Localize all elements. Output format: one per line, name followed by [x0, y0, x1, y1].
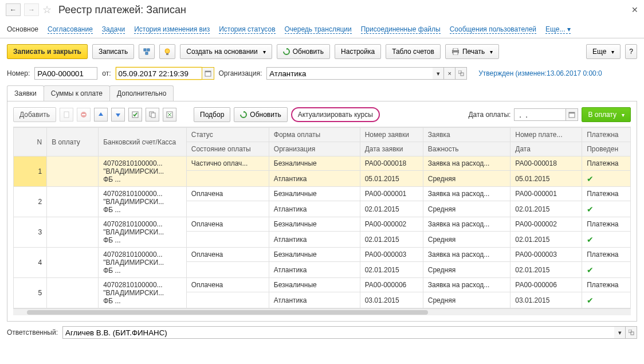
table-row[interactable]: 140702810100000..."ВЛАДИМИРСКИ...ФБ ...Ч… [14, 156, 631, 171]
svg-rect-12 [64, 112, 69, 118]
col-topay[interactable]: В оплату [47, 128, 99, 156]
tab-extra[interactable]: Дополнительно [109, 85, 174, 101]
back-button[interactable]: ← [6, 3, 21, 16]
col-importance[interactable]: Важность [423, 142, 510, 156]
table-row[interactable]: 340702810100000..."ВЛАДИМИРСКИ...ФБ ...О… [14, 217, 631, 232]
col-org[interactable]: Организация [269, 142, 360, 156]
cell-n: 2 [14, 187, 47, 217]
star-icon[interactable]: ☆ [42, 3, 52, 16]
pick-button[interactable]: Подбор [194, 107, 230, 122]
page-title: Реестр платежей: Записан [58, 4, 186, 16]
from-label: от: [102, 69, 111, 77]
responsible-input[interactable] [62, 326, 614, 339]
down-button[interactable] [111, 108, 125, 122]
svg-rect-0 [144, 49, 146, 51]
account-board-button[interactable]: Табло счетов [386, 44, 441, 59]
up-button[interactable] [94, 108, 108, 122]
pay-date-calendar[interactable] [566, 108, 578, 121]
checklist-button[interactable] [128, 108, 142, 122]
nav-link[interactable]: История статусов [219, 25, 275, 34]
cell-org: Атлантика [269, 232, 360, 248]
cell-reqnum: РА00-000003 [360, 248, 423, 262]
delete-button [77, 108, 91, 122]
cell-importance: Средняя [423, 171, 510, 187]
col-order[interactable]: Заявка [423, 128, 510, 142]
col-reqdate[interactable]: Дата заявки [360, 142, 423, 156]
structure-button[interactable] [139, 44, 155, 59]
table-row[interactable]: 540702810100000..."ВЛАДИМИРСКИ...ФБ ...О… [14, 278, 631, 292]
nav-link[interactable]: Согласование [48, 25, 93, 34]
status-link[interactable]: Утвержден (изменен:13.06.2017 0:00:0 [478, 69, 602, 77]
col-docnum[interactable]: Номер плате... [511, 128, 582, 142]
close-icon[interactable]: ✕ [631, 5, 638, 14]
add-button[interactable]: Добавить [13, 107, 56, 122]
responsible-open[interactable] [626, 326, 637, 339]
cell-reqdate: 02.01.2015 [360, 201, 423, 217]
nav-link[interactable]: Сообщения пользователей [450, 25, 536, 34]
org-open[interactable] [455, 67, 467, 80]
date-input[interactable] [116, 67, 202, 80]
save-button[interactable]: Записать [92, 44, 134, 59]
col-form[interactable]: Форма оплаты [269, 128, 360, 142]
cell-doctype: Платежна [582, 248, 631, 262]
col-status[interactable]: Статус [186, 128, 269, 142]
tab-sums[interactable]: Суммы к оплате [44, 85, 110, 101]
create-base-button[interactable]: Создать на основании [180, 44, 272, 59]
cell-importance: Средняя [423, 262, 510, 278]
nav-link[interactable]: Очередь трансляции [285, 25, 352, 34]
org-dropdown[interactable]: ▾ [433, 67, 444, 80]
open-icon [458, 71, 464, 76]
cell-status: Оплачена [186, 187, 269, 201]
toggle-button[interactable] [163, 108, 176, 122]
nav-link[interactable]: Присоединенные файлы [361, 25, 441, 34]
col-n[interactable]: N [14, 128, 47, 156]
bulb-button[interactable] [159, 44, 175, 59]
copy-button[interactable] [146, 108, 159, 122]
cell-doctype: Платежна [582, 278, 631, 292]
svg-point-3 [165, 49, 170, 53]
to-pay-button[interactable]: В оплату [582, 107, 631, 122]
col-paystate[interactable]: Состояние оплаты [186, 142, 269, 156]
cell-org: Атлантика [269, 201, 360, 217]
cell-status: Частично оплач... [186, 156, 269, 171]
requests-table: N В оплату Банковский счет/Касса Статус … [13, 127, 631, 308]
refresh-button[interactable]: Обновить [277, 44, 330, 59]
table-row[interactable]: 240702810100000..."ВЛАДИМИРСКИ...ФБ ...О… [14, 187, 631, 201]
actualize-button[interactable]: Актуализировать курсы [291, 107, 380, 122]
tab-requests[interactable]: Заявки [7, 85, 44, 101]
inner-refresh-button[interactable]: Обновить [234, 107, 287, 122]
org-clear[interactable]: × [444, 67, 455, 80]
horizontal-scrollbar[interactable] [13, 308, 631, 315]
number-input[interactable] [34, 67, 97, 80]
pay-date-input[interactable] [514, 108, 566, 121]
nav-more[interactable]: Еще... ▾ [545, 25, 571, 34]
cell-topay [47, 187, 99, 217]
col-doctype[interactable]: Платежна [582, 128, 631, 142]
nav-main[interactable]: Основное [7, 22, 38, 38]
cell-form: Безналичные [269, 156, 360, 171]
print-button[interactable]: Печать [445, 44, 499, 59]
cell-docnum: РА00-000003 [511, 248, 582, 262]
more-button[interactable]: Еще [586, 44, 621, 59]
nav-link[interactable]: История изменения виз [134, 25, 210, 34]
calendar-button[interactable] [202, 67, 214, 80]
check-icon: ✔ [587, 296, 594, 305]
help-button[interactable]: ? [625, 44, 637, 59]
responsible-dropdown[interactable]: ▾ [614, 326, 626, 339]
settings-button[interactable]: Настройка [335, 44, 381, 59]
cell-org: Атлантика [269, 171, 360, 187]
nav-link[interactable]: Задачи [102, 25, 125, 34]
cell-posted: ✔ [582, 292, 631, 308]
forward-button[interactable]: → [24, 3, 39, 16]
table-row[interactable]: 440702810100000..."ВЛАДИМИРСКИ...ФБ ...О… [14, 248, 631, 262]
col-bank[interactable]: Банковский счет/Касса [99, 128, 187, 156]
org-input[interactable] [266, 67, 433, 80]
col-reqnum[interactable]: Номер заявки [360, 128, 423, 142]
printer-icon [451, 48, 460, 55]
arrow-up-icon [97, 111, 104, 118]
arrow-down-icon [115, 111, 121, 118]
save-close-button[interactable]: Записать и закрыть [7, 44, 88, 59]
col-posted[interactable]: Проведен [582, 142, 631, 156]
col-date[interactable]: Дата [511, 142, 582, 156]
cell-form: Безналичные [269, 187, 360, 201]
